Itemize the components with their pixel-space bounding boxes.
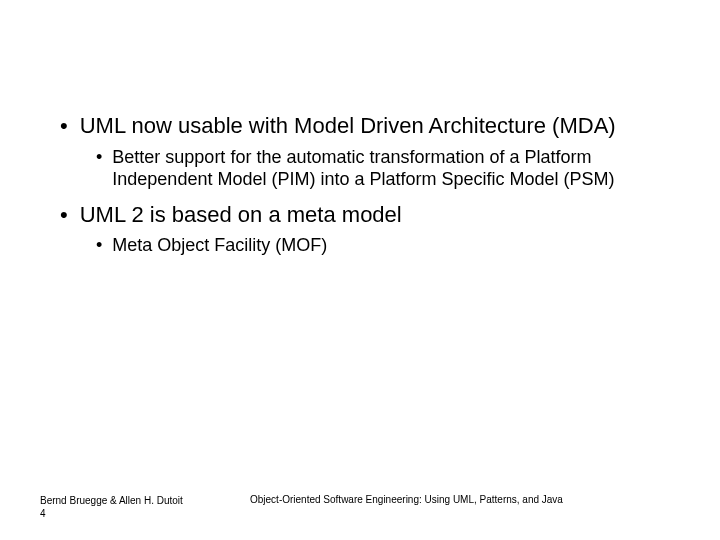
footer-authors-text: Bernd Bruegge & Allen H. Dutoit [40,495,183,506]
bullet-sub-text: Meta Object Facility (MOF) [112,234,327,257]
bullet-marker-icon: • [60,201,68,229]
bullet-sub-item: • Better support for the automatic trans… [96,146,660,191]
bullet-text: UML 2 is based on a meta model [80,201,402,229]
bullet-text: UML now usable with Model Driven Archite… [80,112,616,140]
bullet-marker-icon: • [96,146,102,169]
bullet-marker-icon: • [60,112,68,140]
footer-authors: Bernd Bruegge & Allen H. Dutoit 4 [40,494,250,520]
slide-content: • UML now usable with Model Driven Archi… [60,112,660,267]
bullet-sub-text: Better support for the automatic transfo… [112,146,660,191]
footer-page-number: 4 [40,508,46,519]
footer-book-title: Object-Oriented Software Engineering: Us… [250,494,680,505]
bullet-item: • UML now usable with Model Driven Archi… [60,112,660,140]
slide-footer: Bernd Bruegge & Allen H. Dutoit 4 Object… [40,494,680,520]
bullet-marker-icon: • [96,234,102,257]
bullet-sub-item: • Meta Object Facility (MOF) [96,234,660,257]
bullet-item: • UML 2 is based on a meta model [60,201,660,229]
